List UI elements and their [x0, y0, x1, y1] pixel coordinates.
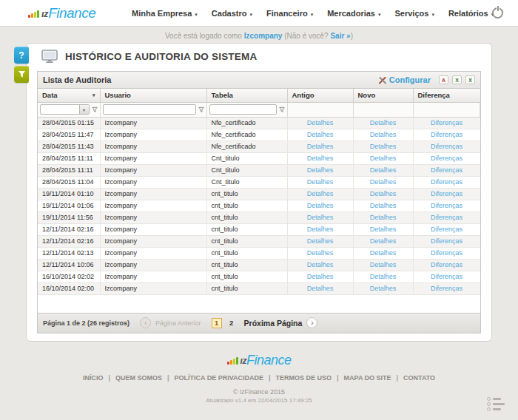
diferencas-link[interactable]: Diferenças	[431, 226, 462, 233]
logout-link[interactable]: Sair »	[330, 32, 350, 40]
cell-novo-detalhes-link: Detalhes	[353, 271, 413, 282]
diferencas-link[interactable]: Diferenças	[431, 273, 462, 280]
footer-link[interactable]: MAPA DO SITE	[344, 374, 391, 382]
table-row: 28/04/2015 01:15IzcompanyNfe_certificado…	[38, 117, 480, 129]
novo-detalhes-link[interactable]: Detalhes	[370, 261, 397, 268]
novo-detalhes-link[interactable]: Detalhes	[370, 226, 397, 233]
novo-detalhes-link[interactable]: Detalhes	[370, 214, 397, 221]
usuario-filter-input[interactable]	[103, 104, 196, 115]
help-button[interactable]: ?	[14, 47, 29, 64]
page-number-2[interactable]: 2	[226, 318, 237, 328]
antigo-detalhes-link[interactable]: Detalhes	[307, 261, 334, 268]
diferencas-link[interactable]: Diferenças	[431, 237, 462, 245]
usuario-filter-funnel-icon[interactable]	[198, 106, 204, 113]
diferencas-link[interactable]: Diferenças	[431, 190, 462, 197]
novo-detalhes-link[interactable]: Detalhes	[370, 178, 397, 186]
column-header-diferenca[interactable]: Diferença	[413, 89, 480, 102]
csv-export-icon[interactable]: X	[465, 75, 475, 84]
login-status-bar: Você está logado como Izcompany (Não é v…	[0, 27, 518, 42]
table-row: 12/11/2014 10:06Izcompanycnt_tituloDetal…	[38, 259, 480, 271]
footer-link[interactable]: QUEM SOMOS	[115, 374, 162, 382]
power-logout-icon[interactable]	[492, 7, 503, 18]
diferencas-link[interactable]: Diferenças	[431, 202, 462, 209]
cell-data: 12/11/2014 02:16	[38, 235, 100, 247]
antigo-detalhes-link[interactable]: Detalhes	[307, 166, 334, 174]
novo-detalhes-link[interactable]: Detalhes	[370, 249, 397, 257]
menu-item-cadastro[interactable]: Cadastro▾	[212, 9, 252, 18]
menu-item-mercadorias[interactable]: Mercadorias▾	[327, 9, 380, 18]
next-page-arrow-icon[interactable]: ›	[306, 317, 317, 328]
separator: |	[337, 374, 339, 382]
menu-item-financeiro[interactable]: Financeiro▾	[266, 9, 313, 18]
footer-link[interactable]: TERMOS DE USO	[276, 374, 332, 382]
side-buttons: ?	[14, 47, 29, 85]
novo-detalhes-link[interactable]: Detalhes	[370, 131, 397, 138]
tabela-filter-funnel-icon[interactable]	[279, 106, 285, 113]
column-header-data[interactable]: Data ▾	[38, 89, 100, 102]
antigo-detalhes-link[interactable]: Detalhes	[307, 226, 334, 233]
antigo-detalhes-link[interactable]: Detalhes	[307, 249, 334, 257]
diferencas-link[interactable]: Diferenças	[431, 155, 462, 162]
chevron-down-icon: ▾	[79, 105, 89, 114]
tabela-filter-input[interactable]	[209, 104, 277, 115]
footer-link[interactable]: INÍCIO	[83, 374, 104, 382]
antigo-detalhes-link[interactable]: Detalhes	[307, 285, 334, 292]
column-header-usuario[interactable]: Usuario	[100, 89, 206, 102]
cell-antigo-detalhes-link: Detalhes	[287, 235, 353, 247]
diferencas-link[interactable]: Diferenças	[431, 178, 462, 186]
antigo-detalhes-link[interactable]: Detalhes	[307, 143, 334, 150]
app-logo: ız Finance	[28, 6, 95, 20]
novo-detalhes-link[interactable]: Detalhes	[370, 119, 397, 126]
logged-user-link[interactable]: Izcompany	[244, 32, 283, 40]
pdf-export-icon[interactable]: A	[439, 75, 448, 84]
list-menu-icon[interactable]	[487, 397, 505, 411]
data-filter-select[interactable]: ▾	[40, 104, 90, 115]
antigo-detalhes-link[interactable]: Detalhes	[307, 119, 334, 126]
antigo-detalhes-link[interactable]: Detalhes	[307, 237, 334, 245]
antigo-detalhes-link[interactable]: Detalhes	[307, 214, 334, 221]
filter-button[interactable]	[14, 66, 29, 83]
page-number-current[interactable]: 1	[212, 318, 222, 328]
diferencas-link[interactable]: Diferenças	[431, 214, 462, 221]
previous-page-label: Página Anterior	[155, 319, 201, 327]
novo-detalhes-link[interactable]: Detalhes	[370, 166, 397, 174]
diferencas-link[interactable]: Diferenças	[431, 261, 462, 268]
diferencas-link[interactable]: Diferenças	[431, 166, 462, 174]
funnel-icon	[18, 70, 26, 78]
tools-icon	[378, 76, 387, 84]
diferencas-link[interactable]: Diferenças	[431, 285, 462, 292]
cell-tabela: Nfe_certificado	[206, 129, 287, 140]
diferencas-link[interactable]: Diferenças	[431, 119, 462, 126]
diferencas-link[interactable]: Diferenças	[431, 249, 462, 257]
novo-detalhes-link[interactable]: Detalhes	[370, 143, 397, 150]
novo-detalhes-link[interactable]: Detalhes	[370, 202, 397, 209]
antigo-detalhes-link[interactable]: Detalhes	[307, 202, 334, 209]
footer-link[interactable]: CONTATO	[403, 374, 435, 382]
novo-detalhes-link[interactable]: Detalhes	[370, 155, 397, 162]
xls-export-icon[interactable]: X	[452, 75, 462, 84]
antigo-detalhes-link[interactable]: Detalhes	[307, 273, 334, 280]
diferencas-link[interactable]: Diferenças	[431, 131, 462, 138]
antigo-detalhes-link[interactable]: Detalhes	[307, 190, 334, 197]
column-header-tabela[interactable]: Tabela	[206, 89, 287, 102]
novo-detalhes-link[interactable]: Detalhes	[370, 285, 397, 292]
audit-table: Data ▾ Usuario Tabela Antigo Novo Difere…	[38, 89, 480, 295]
antigo-detalhes-link[interactable]: Detalhes	[307, 178, 334, 186]
novo-detalhes-link[interactable]: Detalhes	[370, 190, 397, 197]
menu-item-servicos[interactable]: Serviços▾	[395, 9, 434, 18]
antigo-detalhes-link[interactable]: Detalhes	[307, 131, 334, 138]
column-header-novo[interactable]: Novo	[353, 89, 413, 102]
novo-detalhes-link[interactable]: Detalhes	[370, 237, 397, 245]
menu-item-relatorios[interactable]: Relatórios▾	[448, 9, 494, 18]
cell-tabela: cnt_titulo	[206, 247, 287, 259]
audit-list-box: Lista de Auditoria Configurar A X X	[37, 71, 481, 333]
novo-detalhes-link[interactable]: Detalhes	[370, 273, 397, 280]
footer-link[interactable]: POLÍTICA DE PRIVACIDADE	[174, 374, 263, 382]
diferencas-link[interactable]: Diferenças	[431, 143, 462, 150]
next-page-label[interactable]: Próxima Página	[244, 319, 303, 328]
configure-link[interactable]: Configurar	[378, 75, 431, 84]
menu-item-minha-empresa[interactable]: Minha Empresa▾	[132, 9, 198, 18]
column-header-antigo[interactable]: Antigo	[287, 89, 353, 102]
data-filter-funnel-icon[interactable]	[92, 106, 98, 113]
antigo-detalhes-link[interactable]: Detalhes	[307, 155, 334, 162]
